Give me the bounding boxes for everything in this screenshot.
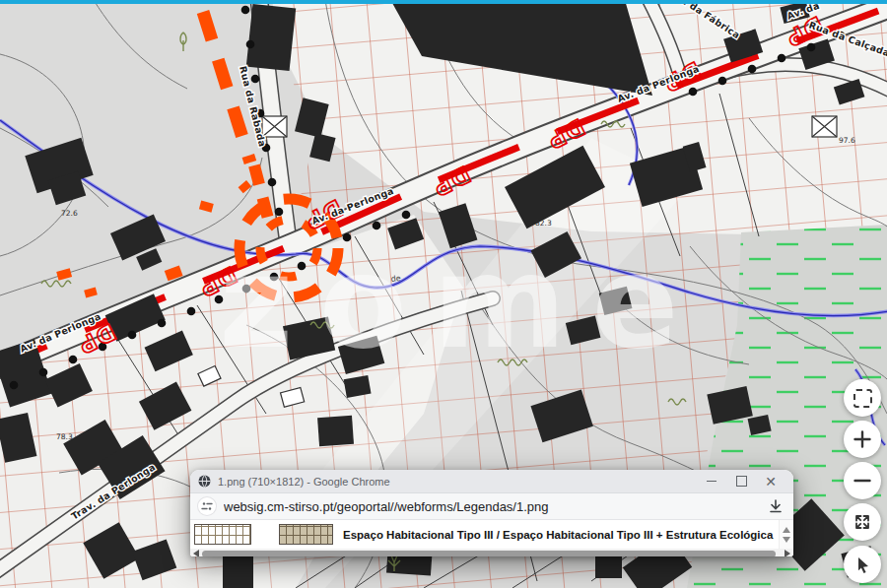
maximize-button[interactable] — [726, 471, 756, 491]
globe-icon — [198, 475, 211, 488]
popup-title: 1.png (710×1812) - Google Chrome — [218, 476, 697, 488]
legend-popup-window: 1.png (710×1812) - Google Chrome ✕ websi… — [190, 470, 793, 556]
scroll-right-icon[interactable] — [785, 550, 790, 556]
box-select-icon — [853, 389, 872, 408]
url-text[interactable]: websig.cm-stirso.pt/geoportal//webforms/… — [224, 499, 766, 514]
svg-text:97.6: 97.6 — [839, 136, 855, 145]
scroll-left-icon[interactable] — [193, 550, 199, 556]
zoom-out-icon — [853, 471, 872, 490]
close-button[interactable]: ✕ — [756, 471, 785, 491]
fullscreen-icon — [853, 513, 871, 531]
zoom-in-button[interactable] — [844, 421, 881, 458]
svg-text:78.3: 78.3 — [56, 432, 73, 441]
horizontal-scrollbar[interactable] — [190, 549, 793, 556]
pointer-icon — [853, 555, 872, 574]
scroll-up-icon[interactable] — [783, 527, 790, 533]
fullscreen-button[interactable] — [844, 503, 881, 541]
box-select-button[interactable] — [844, 379, 881, 417]
download-icon[interactable] — [766, 496, 785, 516]
zoom-out-button[interactable] — [844, 462, 881, 499]
geoportal-screen: DP DP DP DP DP DP DP Rua da Rabada Av. d… — [0, 0, 887, 588]
legend-label: Espaço Habitacional Tipo III / Espaço Ha… — [343, 529, 773, 541]
pointer-tool-button[interactable] — [844, 546, 881, 583]
minimize-button[interactable] — [697, 471, 726, 491]
svg-text:72.6: 72.6 — [61, 209, 78, 218]
vertical-scrollbar[interactable] — [779, 520, 793, 549]
popup-address-bar[interactable]: websig.cm-stirso.pt/geoportal//webforms/… — [190, 493, 793, 520]
zome-watermark: zome — [219, 228, 705, 377]
popup-titlebar[interactable]: 1.png (710×1812) - Google Chrome ✕ — [190, 470, 793, 493]
zoom-in-icon — [853, 429, 872, 449]
svg-text:82.3: 82.3 — [535, 219, 552, 228]
legend-image-content: Espaço Habitacional Tipo III / Espaço Ha… — [190, 520, 793, 549]
scrollbar-thumb[interactable] — [202, 551, 776, 557]
site-settings-icon[interactable] — [198, 497, 216, 515]
scroll-down-icon[interactable] — [783, 537, 790, 543]
legend-swatch-tipo-iii-ecologica — [279, 524, 333, 545]
legend-swatch-tipo-iii — [194, 524, 251, 545]
top-edge-bar — [0, 0, 887, 4]
